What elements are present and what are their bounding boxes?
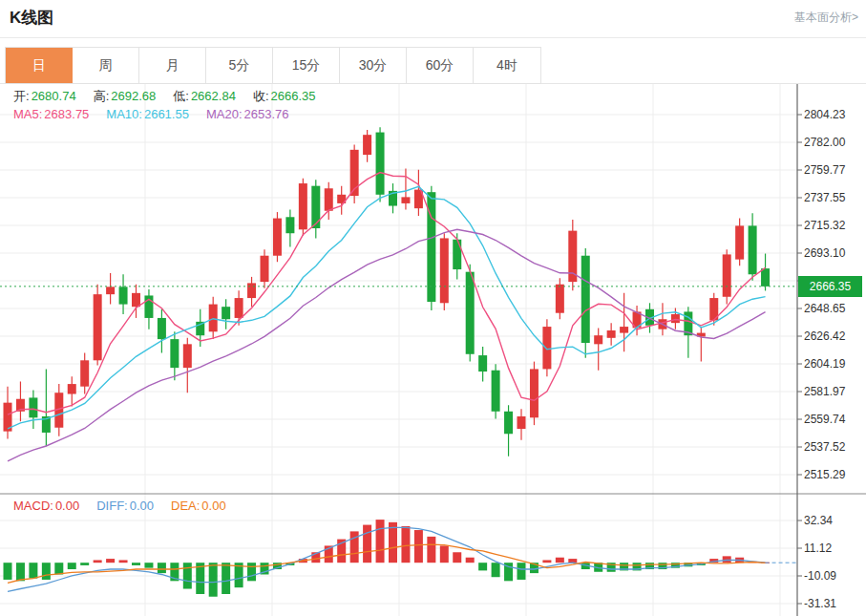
period-tab-bar: 日周月5分15分30分60分4时 xyxy=(5,47,541,84)
macd-tick-label: 32.34 xyxy=(804,514,863,527)
price-tick-label: 2515.29 xyxy=(804,468,863,481)
fundamental-analysis-link[interactable]: 基本面分析> xyxy=(794,10,858,26)
macd-macd-label: MACD: xyxy=(13,499,53,513)
price-tick-label: 2715.32 xyxy=(804,219,863,232)
price-tick-label: 2559.74 xyxy=(804,413,863,426)
tab-30min[interactable]: 30分 xyxy=(340,48,407,83)
current-price-badge: 2666.35 xyxy=(798,276,862,297)
tab-60min[interactable]: 60分 xyxy=(407,48,474,83)
tab-4hour[interactable]: 4时 xyxy=(474,48,540,83)
tab-week[interactable]: 周 xyxy=(73,48,139,83)
ohlc-low-value: 2662.84 xyxy=(191,89,236,103)
tab-15min[interactable]: 15分 xyxy=(273,48,340,83)
macd-readout: MACD:0.00DIFF:0.00DEA:0.00 xyxy=(13,499,226,513)
ohlc-low-label: 低: xyxy=(173,89,189,103)
macd-dea-label: DEA: xyxy=(171,499,200,513)
ohlc-high-value: 2692.68 xyxy=(111,89,156,103)
macd-diff-value: 0.00 xyxy=(130,499,154,513)
ma-ma5-label: MA5: xyxy=(13,107,42,121)
price-tick-label: 2537.52 xyxy=(804,440,863,454)
ma-ma5-value: 2683.75 xyxy=(44,107,89,121)
ohlc-open-label: 开: xyxy=(13,89,30,103)
ma-ma10-value: 2661.55 xyxy=(144,107,189,121)
page-title: K线图 xyxy=(10,7,53,29)
ohlc-high-label: 高: xyxy=(94,89,110,103)
macd-tick-label: 11.12 xyxy=(804,542,863,555)
ohlc-close-label: 收: xyxy=(253,89,269,103)
ma-readout: MA5:2683.75MA10:2661.55MA20:2653.76 xyxy=(13,107,289,121)
price-tick-label: 2759.77 xyxy=(804,163,863,177)
macd-macd-value: 0.00 xyxy=(55,499,79,513)
macd-diff-label: DIFF: xyxy=(96,499,128,513)
price-tick-label: 2737.55 xyxy=(804,191,863,204)
ma-ma10-label: MA10: xyxy=(106,107,142,121)
tab-5min[interactable]: 5分 xyxy=(206,48,273,83)
ma-ma20-label: MA20: xyxy=(206,107,243,121)
price-tick-label: 2581.97 xyxy=(804,385,863,398)
macd-dea-value: 0.00 xyxy=(201,499,225,513)
price-tick-label: 2648.65 xyxy=(804,302,863,315)
macd-pane-area[interactable] xyxy=(0,495,797,616)
macd-tick-label: -31.31 xyxy=(804,597,863,610)
price-tick-label: 2804.23 xyxy=(804,108,863,121)
tab-month[interactable]: 月 xyxy=(139,48,206,83)
ohlc-close-value: 2666.35 xyxy=(271,89,316,103)
ma-ma20-value: 2653.76 xyxy=(244,107,289,121)
price-tick-label: 2604.19 xyxy=(804,357,863,371)
price-tick-label: 2693.10 xyxy=(804,246,863,260)
macd-tick-label: -10.09 xyxy=(804,569,863,583)
ohlc-readout: 开:2680.74高:2692.68低:2662.84收:2666.35 xyxy=(13,88,316,105)
price-tick-label: 2626.42 xyxy=(804,329,863,343)
tab-day[interactable]: 日 xyxy=(6,48,73,83)
ohlc-open-value: 2680.74 xyxy=(32,89,76,103)
price-tick-label: 2782.00 xyxy=(804,136,863,149)
main-chart-area[interactable] xyxy=(0,84,797,494)
